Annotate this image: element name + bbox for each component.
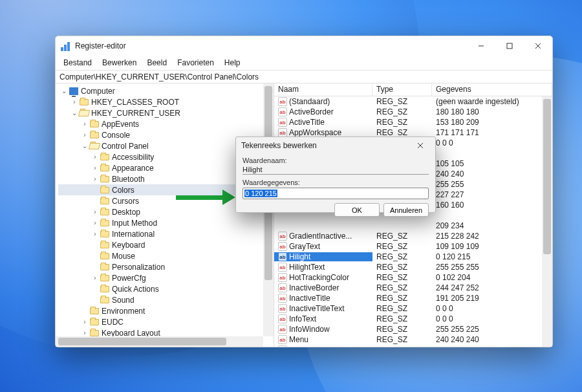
chevron-right-icon[interactable]: › <box>80 120 89 127</box>
cancel-button[interactable]: Annuleren <box>383 203 429 217</box>
tree-item[interactable]: ›PowerCfg <box>58 272 274 283</box>
chevron-down-icon[interactable]: ⌄ <box>80 142 89 149</box>
value-type: REG_SZ <box>372 294 432 303</box>
value-data: 0 0 0 <box>432 314 552 323</box>
chevron-right-icon[interactable]: › <box>91 208 100 215</box>
tree-item[interactable]: ›AppEvents <box>58 118 274 129</box>
tree-item[interactable]: ›Sound <box>58 294 274 305</box>
chevron-right-icon[interactable]: › <box>91 274 100 281</box>
tree-item-label: HKEY_CURRENT_USER <box>91 109 180 118</box>
value-type: REG_SZ <box>372 335 432 344</box>
tree-item[interactable]: ›Input Method <box>58 217 274 228</box>
menu-edit[interactable]: Bewerken <box>98 57 140 69</box>
string-value-icon <box>278 263 287 272</box>
table-row[interactable]: InactiveTitleREG_SZ191 205 219 <box>274 293 552 303</box>
value-name: InactiveTitle <box>289 294 330 303</box>
chevron-right-icon[interactable]: › <box>91 175 100 182</box>
minimize-button[interactable] <box>467 36 495 56</box>
value-type: REG_SZ <box>372 107 432 116</box>
value-type: REG_SZ <box>372 128 432 137</box>
value-data: 215 228 242 <box>432 232 552 241</box>
tree-horizontal-scrollbar[interactable] <box>56 336 263 347</box>
folder-icon <box>89 307 100 316</box>
table-row[interactable]: HilightREG_SZ0 120 215 <box>274 252 552 262</box>
chevron-right-icon[interactable]: › <box>70 98 79 105</box>
close-button[interactable] <box>524 36 552 56</box>
table-row[interactable]: InfoWindowREG_SZ255 255 225 <box>274 324 552 334</box>
header-type[interactable]: Type <box>372 83 432 96</box>
table-row[interactable]: GradientInactive...REG_SZ215 228 242 <box>274 231 552 241</box>
menu-help[interactable]: Help <box>221 57 244 69</box>
table-row[interactable]: ActiveBorderREG_SZ180 180 180 <box>274 107 552 117</box>
chevron-right-icon[interactable]: › <box>91 230 100 237</box>
regedit-icon <box>61 41 71 51</box>
menu-favorites[interactable]: Favorieten <box>173 57 218 69</box>
table-row[interactable]: GrayTextREG_SZ109 109 109 <box>274 241 552 252</box>
tree-item-label: Control Panel <box>102 142 149 151</box>
table-row[interactable]: InactiveBorderREG_SZ244 247 252 <box>274 283 552 293</box>
tree-item[interactable]: ›Keyboard <box>58 239 274 250</box>
chevron-right-icon[interactable]: › <box>80 318 89 325</box>
value-name: AppWorkspace <box>289 128 341 137</box>
chevron-down-icon[interactable]: ⌄ <box>70 109 79 116</box>
chevron-down-icon[interactable]: ⌄ <box>59 87 69 94</box>
chevron-right-icon[interactable]: › <box>80 329 89 336</box>
tree-item[interactable]: ›Environment <box>58 305 274 316</box>
tree-item[interactable]: ⌄HKEY_CURRENT_USER <box>58 107 274 118</box>
list-vertical-scrollbar[interactable] <box>542 96 552 347</box>
string-value-icon <box>278 345 287 347</box>
menubar: Bestand Bewerken Beeld Favorieten Help <box>56 56 552 70</box>
valuedata-input[interactable]: 0 120 215 <box>242 188 429 199</box>
tree-item-label: Bluetooth <box>112 175 145 184</box>
chevron-right-icon[interactable]: › <box>80 131 89 138</box>
tree-item[interactable]: ›Quick Actions <box>58 283 274 294</box>
tree-item[interactable]: ›HKEY_CLASSES_ROOT <box>58 96 274 107</box>
string-value-icon <box>278 128 287 137</box>
folder-open-icon <box>79 109 89 118</box>
menu-view[interactable]: Beeld <box>143 57 171 69</box>
folder-icon <box>100 197 110 206</box>
value-data: 153 180 209 <box>432 118 552 127</box>
value-data: 244 247 252 <box>432 283 552 292</box>
tree-item[interactable]: ⌄Computer <box>58 85 274 96</box>
table-row[interactable]: HotTrackingColorREG_SZ0 102 204 <box>274 272 552 283</box>
valuedata-label: Waardegegevens: <box>242 179 429 186</box>
valuename-field[interactable]: Hilight <box>242 164 429 175</box>
value-data: 171 171 171 <box>432 128 552 137</box>
table-row[interactable]: MenuBarREG_SZ240 240 240 <box>274 345 552 347</box>
table-row[interactable]: InactiveTitleTextREG_SZ0 0 0 <box>274 303 552 314</box>
table-row[interactable]: HilightTextREG_SZ255 255 255 <box>274 262 552 272</box>
table-row[interactable]: InfoTextREG_SZ0 0 0 <box>274 314 552 324</box>
ok-button[interactable]: OK <box>334 203 380 217</box>
tree-item[interactable]: ›Personalization <box>58 261 274 272</box>
value-type: REG_SZ <box>372 345 432 347</box>
value-data: 105 105 <box>432 159 552 168</box>
chevron-right-icon[interactable]: › <box>91 164 100 171</box>
chevron-right-icon[interactable]: › <box>91 219 100 226</box>
table-row[interactable]: 209 234 <box>274 221 552 231</box>
value-type: REG_SZ <box>372 273 432 282</box>
value-name: InactiveTitleText <box>289 304 345 313</box>
tree-item[interactable]: ›EUDC <box>58 316 274 327</box>
header-name[interactable]: Naam <box>274 83 372 96</box>
value-type: REG_SZ <box>372 252 432 261</box>
maximize-button[interactable] <box>495 36 524 56</box>
tree-item[interactable]: ›Mouse <box>58 250 274 261</box>
address-bar[interactable]: Computer\HKEY_CURRENT_USER\Control Panel… <box>56 70 552 83</box>
table-row[interactable]: ActiveTitleREG_SZ153 180 209 <box>274 117 552 127</box>
value-data: 0 0 0 <box>432 304 552 313</box>
tree-item-label: Appearance <box>112 164 154 173</box>
table-row[interactable]: MenuREG_SZ240 240 240 <box>274 334 552 345</box>
table-row[interactable]: (Standaard)REG_SZ(geen waarde ingesteld) <box>274 96 552 107</box>
string-value-icon <box>278 335 287 344</box>
chevron-right-icon[interactable]: › <box>91 153 100 160</box>
dialog-close-button[interactable] <box>411 137 430 154</box>
value-data: 160 160 <box>432 201 552 210</box>
tree-item[interactable]: ›International <box>58 228 274 239</box>
menu-file[interactable]: Bestand <box>59 57 96 69</box>
folder-icon <box>100 175 110 184</box>
value-name: InactiveBorder <box>289 283 339 292</box>
tree-item-label: Accessibility <box>112 153 154 162</box>
header-data[interactable]: Gegevens <box>432 83 552 96</box>
tree-item-label: Sound <box>112 296 135 305</box>
